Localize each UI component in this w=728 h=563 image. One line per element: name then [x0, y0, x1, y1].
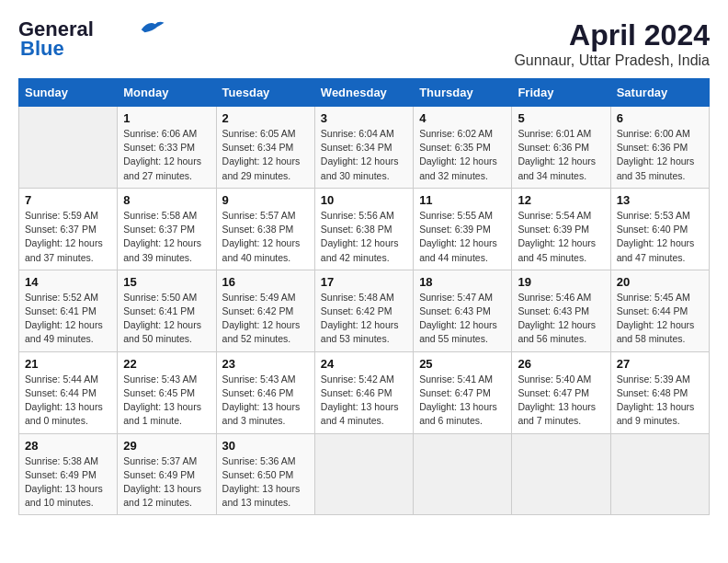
date-number: 14 [25, 275, 111, 289]
calendar-cell: 24Sunrise: 5:42 AM Sunset: 6:46 PM Dayli… [314, 351, 413, 433]
cell-info: Sunrise: 5:48 AM Sunset: 6:42 PM Dayligh… [321, 291, 407, 347]
calendar-cell: 11Sunrise: 5:55 AM Sunset: 6:39 PM Dayli… [414, 188, 512, 270]
cell-info: Sunrise: 5:54 AM Sunset: 6:39 PM Dayligh… [518, 209, 604, 265]
calendar-cell: 12Sunrise: 5:54 AM Sunset: 6:39 PM Dayli… [512, 188, 610, 270]
date-number: 8 [123, 193, 210, 207]
cell-info: Sunrise: 5:44 AM Sunset: 6:44 PM Dayligh… [25, 373, 111, 429]
cell-info: Sunrise: 6:06 AM Sunset: 6:33 PM Dayligh… [123, 127, 210, 183]
date-number: 4 [419, 111, 506, 125]
calendar-cell: 26Sunrise: 5:40 AM Sunset: 6:47 PM Dayli… [512, 351, 610, 433]
calendar-cell: 9Sunrise: 5:57 AM Sunset: 6:38 PM Daylig… [216, 188, 314, 270]
calendar-cell: 19Sunrise: 5:46 AM Sunset: 6:43 PM Dayli… [512, 270, 610, 351]
calendar-cell: 16Sunrise: 5:49 AM Sunset: 6:42 PM Dayli… [216, 270, 314, 351]
cell-info: Sunrise: 5:49 AM Sunset: 6:42 PM Dayligh… [222, 291, 309, 347]
cell-info: Sunrise: 5:40 AM Sunset: 6:47 PM Dayligh… [518, 373, 604, 429]
calendar-cell: 22Sunrise: 5:43 AM Sunset: 6:45 PM Dayli… [118, 351, 216, 433]
calendar-cell: 7Sunrise: 5:59 AM Sunset: 6:37 PM Daylig… [19, 188, 118, 270]
cell-info: Sunrise: 5:37 AM Sunset: 6:49 PM Dayligh… [123, 454, 210, 511]
cell-info: Sunrise: 5:56 AM Sunset: 6:38 PM Dayligh… [321, 209, 407, 265]
date-number: 20 [617, 275, 703, 289]
calendar-cell: 15Sunrise: 5:50 AM Sunset: 6:41 PM Dayli… [118, 270, 216, 351]
date-number: 21 [25, 357, 111, 371]
week-row-3: 14Sunrise: 5:52 AM Sunset: 6:41 PM Dayli… [19, 270, 710, 351]
week-row-2: 7Sunrise: 5:59 AM Sunset: 6:37 PM Daylig… [19, 188, 710, 270]
cell-info: Sunrise: 5:50 AM Sunset: 6:41 PM Dayligh… [123, 291, 210, 347]
calendar-table: SundayMondayTuesdayWednesdayThursdayFrid… [18, 78, 710, 515]
col-header-thursday: Thursday [414, 79, 512, 107]
calendar-cell: 13Sunrise: 5:53 AM Sunset: 6:40 PM Dayli… [610, 188, 709, 270]
date-number: 15 [123, 275, 210, 289]
calendar-cell: 20Sunrise: 5:45 AM Sunset: 6:44 PM Dayli… [610, 270, 709, 351]
cell-info: Sunrise: 5:43 AM Sunset: 6:46 PM Dayligh… [222, 373, 309, 429]
cell-info: Sunrise: 5:52 AM Sunset: 6:41 PM Dayligh… [25, 291, 111, 347]
calendar-cell: 3Sunrise: 6:04 AM Sunset: 6:34 PM Daylig… [314, 107, 413, 189]
header-row: SundayMondayTuesdayWednesdayThursdayFrid… [19, 79, 710, 107]
header: General Blue April 2024 Gunnaur, Uttar P… [18, 18, 710, 69]
date-number: 30 [222, 439, 309, 453]
logo: General Blue [18, 18, 165, 61]
date-number: 22 [123, 357, 210, 371]
date-number: 5 [518, 111, 604, 125]
col-header-sunday: Sunday [19, 79, 118, 107]
calendar-cell: 10Sunrise: 5:56 AM Sunset: 6:38 PM Dayli… [314, 188, 413, 270]
cell-info: Sunrise: 5:57 AM Sunset: 6:38 PM Dayligh… [222, 209, 309, 265]
calendar-cell: 4Sunrise: 6:02 AM Sunset: 6:35 PM Daylig… [414, 107, 512, 189]
date-number: 7 [25, 193, 111, 207]
page-subtitle: Gunnaur, Uttar Pradesh, India [514, 52, 710, 69]
cell-info: Sunrise: 5:45 AM Sunset: 6:44 PM Dayligh… [617, 291, 703, 347]
cell-info: Sunrise: 5:41 AM Sunset: 6:47 PM Dayligh… [419, 373, 506, 429]
cell-info: Sunrise: 6:00 AM Sunset: 6:36 PM Dayligh… [617, 127, 703, 183]
cell-info: Sunrise: 5:43 AM Sunset: 6:45 PM Dayligh… [123, 373, 210, 429]
calendar-cell: 28Sunrise: 5:38 AM Sunset: 6:49 PM Dayli… [19, 433, 118, 515]
calendar-cell: 21Sunrise: 5:44 AM Sunset: 6:44 PM Dayli… [19, 351, 118, 433]
logo-bird-icon [138, 17, 165, 35]
col-header-tuesday: Tuesday [216, 79, 314, 107]
calendar-cell: 17Sunrise: 5:48 AM Sunset: 6:42 PM Dayli… [314, 270, 413, 351]
date-number: 6 [617, 111, 703, 125]
col-header-monday: Monday [118, 79, 216, 107]
calendar-cell: 5Sunrise: 6:01 AM Sunset: 6:36 PM Daylig… [512, 107, 610, 189]
logo-blue: Blue [20, 37, 64, 61]
cell-info: Sunrise: 5:59 AM Sunset: 6:37 PM Dayligh… [25, 209, 111, 265]
date-number: 13 [617, 193, 703, 207]
cell-info: Sunrise: 6:04 AM Sunset: 6:34 PM Dayligh… [321, 127, 407, 183]
week-row-1: 1Sunrise: 6:06 AM Sunset: 6:33 PM Daylig… [19, 107, 710, 189]
date-number: 23 [222, 357, 309, 371]
cell-info: Sunrise: 5:36 AM Sunset: 6:50 PM Dayligh… [222, 454, 309, 511]
calendar-cell [512, 433, 610, 515]
calendar-cell: 6Sunrise: 6:00 AM Sunset: 6:36 PM Daylig… [610, 107, 709, 189]
calendar-cell: 23Sunrise: 5:43 AM Sunset: 6:46 PM Dayli… [216, 351, 314, 433]
col-header-saturday: Saturday [610, 79, 709, 107]
col-header-friday: Friday [512, 79, 610, 107]
cell-info: Sunrise: 5:42 AM Sunset: 6:46 PM Dayligh… [321, 373, 407, 429]
calendar-cell [19, 107, 118, 189]
date-number: 25 [419, 357, 506, 371]
calendar-cell: 8Sunrise: 5:58 AM Sunset: 6:37 PM Daylig… [118, 188, 216, 270]
col-header-wednesday: Wednesday [314, 79, 413, 107]
date-number: 16 [222, 275, 309, 289]
date-number: 26 [518, 357, 604, 371]
cell-info: Sunrise: 5:53 AM Sunset: 6:40 PM Dayligh… [617, 209, 703, 265]
title-area: April 2024 Gunnaur, Uttar Pradesh, India [514, 18, 710, 69]
calendar-cell: 30Sunrise: 5:36 AM Sunset: 6:50 PM Dayli… [216, 433, 314, 515]
date-number: 29 [123, 439, 210, 453]
date-number: 12 [518, 193, 604, 207]
date-number: 10 [321, 193, 407, 207]
date-number: 11 [419, 193, 506, 207]
calendar-cell: 27Sunrise: 5:39 AM Sunset: 6:48 PM Dayli… [610, 351, 709, 433]
calendar-cell: 1Sunrise: 6:06 AM Sunset: 6:33 PM Daylig… [118, 107, 216, 189]
calendar-cell [610, 433, 709, 515]
date-number: 9 [222, 193, 309, 207]
date-number: 1 [123, 111, 210, 125]
calendar-cell: 2Sunrise: 6:05 AM Sunset: 6:34 PM Daylig… [216, 107, 314, 189]
date-number: 17 [321, 275, 407, 289]
cell-info: Sunrise: 5:46 AM Sunset: 6:43 PM Dayligh… [518, 291, 604, 347]
week-row-4: 21Sunrise: 5:44 AM Sunset: 6:44 PM Dayli… [19, 351, 710, 433]
calendar-cell: 18Sunrise: 5:47 AM Sunset: 6:43 PM Dayli… [414, 270, 512, 351]
page-title: April 2024 [514, 18, 710, 52]
calendar-cell: 29Sunrise: 5:37 AM Sunset: 6:49 PM Dayli… [118, 433, 216, 515]
week-row-5: 28Sunrise: 5:38 AM Sunset: 6:49 PM Dayli… [19, 433, 710, 515]
cell-info: Sunrise: 6:01 AM Sunset: 6:36 PM Dayligh… [518, 127, 604, 183]
calendar-cell [414, 433, 512, 515]
cell-info: Sunrise: 5:39 AM Sunset: 6:48 PM Dayligh… [617, 373, 703, 429]
